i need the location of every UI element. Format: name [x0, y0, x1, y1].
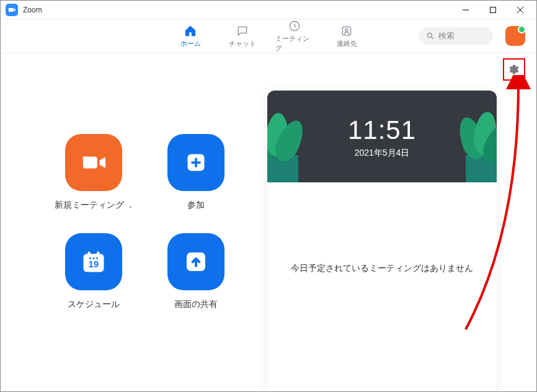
calendar-icon: 19 — [65, 233, 122, 290]
settings-button[interactable] — [503, 58, 525, 81]
svg-text:19: 19 — [88, 259, 98, 269]
gear-icon — [507, 62, 521, 77]
current-date: 2021年5月4日 — [267, 148, 497, 159]
new-meeting-button[interactable]: 新規ミーティング ⌄ — [45, 134, 141, 233]
clock-icon — [288, 19, 301, 33]
share-screen-button[interactable]: 画面の共有 — [148, 233, 244, 332]
chevron-down-icon[interactable]: ⌄ — [128, 202, 133, 209]
action-grid: 新規ミーティング ⌄ 参加 19 — [45, 134, 244, 332]
tab-meetings[interactable]: ミーティング — [275, 19, 314, 53]
tab-chat[interactable]: チャット — [223, 24, 262, 48]
agenda-empty-text: 今日予定されているミーティングはありません — [267, 263, 497, 274]
svg-point-3 — [345, 29, 348, 31]
tab-meetings-label: ミーティング — [275, 34, 314, 53]
app-title: Zoom — [23, 6, 42, 14]
plant-decoration — [466, 155, 497, 182]
maximize-button[interactable] — [479, 1, 507, 19]
tabbar: ホーム チャット ミーティング 連絡先 検索 — [1, 19, 536, 53]
close-button[interactable] — [507, 1, 534, 19]
video-icon — [65, 134, 122, 191]
plus-icon — [167, 134, 224, 191]
content: 新規ミーティング ⌄ 参加 19 — [1, 53, 536, 391]
right-panel: 11:51 2021年5月4日 今日予定されているミーティングはありません — [267, 91, 497, 392]
share-arrow-icon — [167, 233, 224, 290]
current-time: 11:51 — [267, 115, 497, 145]
minimize-button[interactable] — [452, 1, 479, 19]
svg-point-13 — [89, 257, 91, 259]
search-placeholder: 検索 — [438, 30, 455, 42]
tab-chat-label: チャット — [229, 39, 256, 48]
search-icon — [426, 32, 435, 40]
avatar[interactable] — [505, 26, 525, 46]
tab-contacts[interactable]: 連絡先 — [327, 24, 366, 48]
app-icon — [6, 4, 18, 16]
agenda: 今日予定されているミーティングはありません — [267, 208, 497, 274]
plant-decoration — [267, 155, 298, 182]
tab-home[interactable]: ホーム — [171, 24, 210, 48]
schedule-label: スケジュール — [68, 299, 120, 310]
home-icon — [184, 24, 197, 38]
hero: 11:51 2021年5月4日 — [267, 91, 497, 182]
tab-contacts-label: 連絡先 — [337, 39, 357, 48]
contacts-icon — [340, 24, 353, 38]
svg-rect-10 — [87, 252, 90, 256]
new-meeting-label: 新規ミーティング — [55, 200, 124, 211]
svg-rect-0 — [490, 7, 496, 12]
schedule-button[interactable]: 19 スケジュール — [45, 233, 141, 332]
join-label: 参加 — [187, 200, 205, 211]
share-screen-label: 画面の共有 — [174, 299, 218, 310]
svg-point-14 — [92, 257, 94, 259]
tab-home-label: ホーム — [180, 39, 201, 48]
titlebar: Zoom — [1, 1, 536, 19]
svg-point-4 — [427, 33, 432, 37]
chat-icon — [236, 24, 249, 38]
svg-rect-11 — [97, 252, 99, 256]
svg-point-15 — [96, 257, 98, 259]
join-button[interactable]: 参加 — [148, 134, 244, 233]
search-input[interactable]: 検索 — [419, 27, 493, 45]
